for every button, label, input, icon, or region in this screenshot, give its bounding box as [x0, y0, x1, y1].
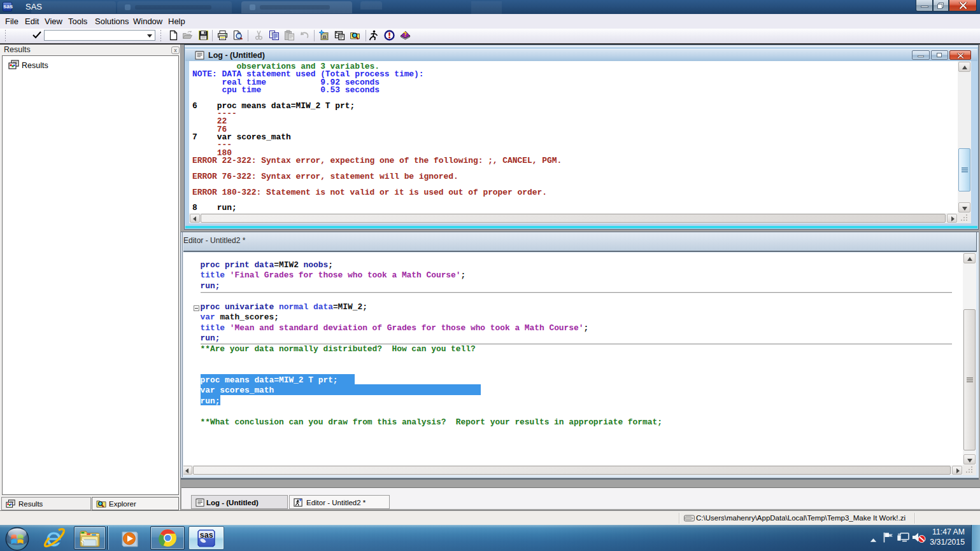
svg-text:sas: sas	[200, 531, 213, 540]
